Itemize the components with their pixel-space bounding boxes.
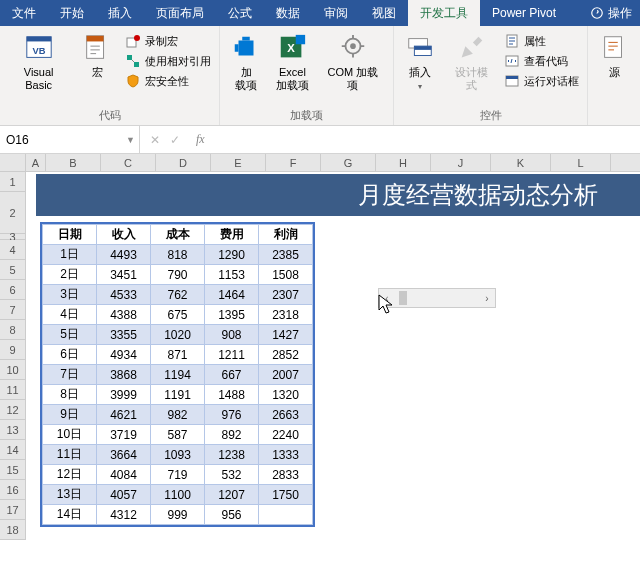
- tab-developer[interactable]: 开发工具: [408, 0, 480, 26]
- macro-security-button[interactable]: 宏安全性: [123, 72, 213, 90]
- row-header[interactable]: 16: [0, 480, 26, 500]
- table-cell[interactable]: 1290: [205, 245, 259, 265]
- row-header[interactable]: 17: [0, 500, 26, 520]
- table-row[interactable]: 4日438867513952318: [43, 305, 313, 325]
- row-header[interactable]: 10: [0, 360, 26, 380]
- table-cell[interactable]: 1153: [205, 265, 259, 285]
- tell-me[interactable]: 操作: [582, 5, 640, 22]
- table-cell[interactable]: 2852: [259, 345, 313, 365]
- table-cell[interactable]: 976: [205, 405, 259, 425]
- fx-label[interactable]: fx: [190, 132, 205, 147]
- table-row[interactable]: 12日40847195322833: [43, 465, 313, 485]
- table-cell[interactable]: 1191: [151, 385, 205, 405]
- table-cell[interactable]: 3719: [97, 425, 151, 445]
- table-cell[interactable]: 1427: [259, 325, 313, 345]
- col-header[interactable]: H: [376, 154, 431, 171]
- scrollbar-control[interactable]: ‹ ›: [378, 288, 496, 308]
- table-cell[interactable]: 1464: [205, 285, 259, 305]
- table-cell[interactable]: 10日: [43, 425, 97, 445]
- table-cell[interactable]: 4621: [97, 405, 151, 425]
- table-cell[interactable]: 4533: [97, 285, 151, 305]
- table-row[interactable]: 1日449381812902385: [43, 245, 313, 265]
- table-cell[interactable]: 11日: [43, 445, 97, 465]
- design-mode-button[interactable]: 设计模式: [446, 28, 496, 92]
- table-cell[interactable]: 5日: [43, 325, 97, 345]
- formula-input[interactable]: [205, 126, 640, 153]
- table-cell[interactable]: 2240: [259, 425, 313, 445]
- row-header[interactable]: 11: [0, 380, 26, 400]
- table-cell[interactable]: 719: [151, 465, 205, 485]
- table-cell[interactable]: 4084: [97, 465, 151, 485]
- properties-button[interactable]: 属性: [502, 32, 581, 50]
- table-cell[interactable]: 908: [205, 325, 259, 345]
- table-cell[interactable]: 587: [151, 425, 205, 445]
- table-row[interactable]: 13日4057110012071750: [43, 485, 313, 505]
- view-code-button[interactable]: 查看代码: [502, 52, 581, 70]
- name-box-input[interactable]: [6, 133, 133, 147]
- table-row[interactable]: 5日335510209081427: [43, 325, 313, 345]
- col-header[interactable]: L: [551, 154, 611, 171]
- tab-review[interactable]: 审阅: [312, 0, 360, 26]
- row-header[interactable]: 15: [0, 460, 26, 480]
- table-cell[interactable]: 4312: [97, 505, 151, 525]
- row-header[interactable]: 18: [0, 520, 26, 540]
- run-dialog-button[interactable]: 运行对话框: [502, 72, 581, 90]
- col-header[interactable]: F: [266, 154, 321, 171]
- table-cell[interactable]: 1093: [151, 445, 205, 465]
- row-header[interactable]: 13: [0, 420, 26, 440]
- tab-home[interactable]: 开始: [48, 0, 96, 26]
- visual-basic-button[interactable]: VB Visual Basic: [6, 28, 71, 92]
- table-row[interactable]: 11日3664109312381333: [43, 445, 313, 465]
- scroll-right-button[interactable]: ›: [479, 293, 495, 304]
- tab-view[interactable]: 视图: [360, 0, 408, 26]
- row-header[interactable]: 9: [0, 340, 26, 360]
- table-cell[interactable]: 1194: [151, 365, 205, 385]
- table-row[interactable]: 3日453376214642307: [43, 285, 313, 305]
- table-cell[interactable]: 3664: [97, 445, 151, 465]
- col-header[interactable]: B: [46, 154, 101, 171]
- select-all-corner[interactable]: [0, 154, 26, 171]
- table-cell[interactable]: 4388: [97, 305, 151, 325]
- col-header[interactable]: J: [431, 154, 491, 171]
- table-cell[interactable]: 982: [151, 405, 205, 425]
- table-cell[interactable]: 1508: [259, 265, 313, 285]
- tab-insert[interactable]: 插入: [96, 0, 144, 26]
- table-cell[interactable]: 892: [205, 425, 259, 445]
- table-row[interactable]: 6日493487112112852: [43, 345, 313, 365]
- table-cell[interactable]: 1333: [259, 445, 313, 465]
- table-cell[interactable]: 13日: [43, 485, 97, 505]
- table-cell[interactable]: 2833: [259, 465, 313, 485]
- record-macro-button[interactable]: 录制宏: [123, 32, 213, 50]
- source-button[interactable]: 源: [594, 28, 634, 79]
- tab-file[interactable]: 文件: [0, 0, 48, 26]
- table-cell[interactable]: 532: [205, 465, 259, 485]
- table-row[interactable]: 9日46219829762663: [43, 405, 313, 425]
- insert-control-button[interactable]: 插入▾: [400, 28, 440, 92]
- table-cell[interactable]: 1395: [205, 305, 259, 325]
- table-cell[interactable]: 4934: [97, 345, 151, 365]
- use-relative-button[interactable]: 使用相对引用: [123, 52, 213, 70]
- table-cell[interactable]: 956: [205, 505, 259, 525]
- row-header[interactable]: 1: [0, 172, 26, 192]
- table-cell[interactable]: 1238: [205, 445, 259, 465]
- col-header[interactable]: G: [321, 154, 376, 171]
- tab-data[interactable]: 数据: [264, 0, 312, 26]
- table-row[interactable]: 14日4312999956: [43, 505, 313, 525]
- tab-pagelayout[interactable]: 页面布局: [144, 0, 216, 26]
- table-cell[interactable]: 9日: [43, 405, 97, 425]
- table-cell[interactable]: 3日: [43, 285, 97, 305]
- table-cell[interactable]: 4日: [43, 305, 97, 325]
- chevron-down-icon[interactable]: ▼: [126, 135, 135, 145]
- scroll-thumb[interactable]: [399, 291, 407, 305]
- table-cell[interactable]: 1320: [259, 385, 313, 405]
- macros-button[interactable]: 宏: [77, 28, 117, 79]
- cancel-icon[interactable]: ✕: [150, 133, 160, 147]
- worksheet-grid[interactable]: ABCDEFGHJKL 123456789101112131415161718 …: [0, 154, 640, 583]
- table-cell[interactable]: 762: [151, 285, 205, 305]
- table-cell[interactable]: 1020: [151, 325, 205, 345]
- tab-powerpivot[interactable]: Power Pivot: [480, 0, 568, 26]
- table-row[interactable]: 7日386811946672007: [43, 365, 313, 385]
- table-cell[interactable]: 12日: [43, 465, 97, 485]
- table-cell[interactable]: 2663: [259, 405, 313, 425]
- col-header[interactable]: C: [101, 154, 156, 171]
